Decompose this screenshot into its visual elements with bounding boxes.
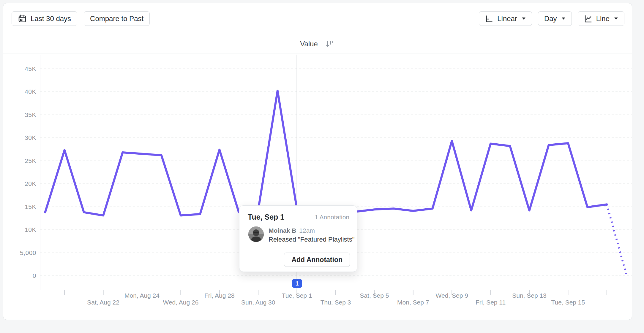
add-annotation-button[interactable]: Add Annotation: [284, 253, 350, 267]
x-axis-label: Fri, Sep 11: [476, 299, 506, 306]
y-axis-label: 30K: [25, 134, 36, 141]
y-axis-label: 35K: [25, 111, 36, 118]
x-axis-label: Mon, Aug 24: [124, 292, 160, 299]
x-axis-label: Wed, Aug 26: [163, 299, 198, 306]
y-axis-label: 45K: [25, 65, 36, 72]
y-axis-label: 40K: [25, 88, 36, 95]
x-axis-label: Sat, Aug 22: [87, 299, 119, 306]
x-axis-label: Sun, Aug 30: [241, 299, 275, 306]
annotation-text: Released "Featured Playlists": [269, 236, 355, 243]
tooltip-annotation-count: 1 Annotation: [315, 214, 349, 221]
avatar: [248, 226, 264, 242]
y-axis-label: 25K: [25, 157, 36, 164]
line-chart[interactable]: 45K40K35K30K25K20K15K10K5,0000Mon, Aug 2…: [0, 0, 644, 333]
y-axis-label: 10K: [25, 226, 36, 233]
x-axis-label: Mon, Sep 7: [397, 299, 429, 306]
value-line: [45, 91, 607, 215]
annotation-badge[interactable]: 1: [292, 279, 302, 288]
y-axis-label: 5,000: [20, 249, 36, 256]
annotation-tooltip: Tue, Sep 1 1 Annotation Moinak B12am Rel…: [239, 205, 357, 272]
x-axis-label: Sat, Sep 5: [360, 292, 389, 299]
x-axis-label: Sun, Sep 13: [512, 292, 547, 299]
annotation-time: 12am: [299, 227, 315, 234]
value-line-partial: [607, 204, 626, 274]
annotation-author: Moinak B: [269, 227, 296, 234]
x-axis-label: Thu, Sep 3: [321, 299, 351, 306]
annotation-meta: Moinak B12am: [269, 227, 315, 234]
y-axis-label: 15K: [25, 203, 36, 210]
x-axis-label: Tue, Sep 15: [551, 299, 585, 306]
analytics-page: Last 30 days Compare to Past Linear Day: [0, 0, 644, 333]
x-axis-label: Fri, Aug 28: [204, 292, 235, 299]
y-axis-label: 20K: [25, 180, 36, 187]
y-axis-label: 0: [33, 272, 36, 279]
tooltip-date: Tue, Sep 1: [248, 213, 284, 221]
x-axis-label: Wed, Sep 9: [436, 292, 468, 299]
